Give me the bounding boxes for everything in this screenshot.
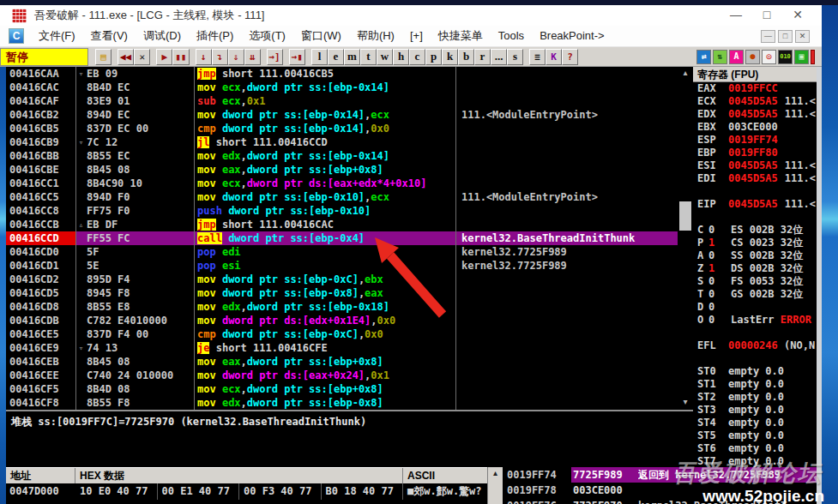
disasm-row[interactable]: 00416CD58945 F8mov dword ptr ss:[ebp-0x8…: [6, 286, 678, 300]
register-row[interactable]: P1CS 0023 32位: [693, 237, 817, 249]
run-to-user-code-icon[interactable]: →▮: [289, 49, 305, 65]
step-into-icon[interactable]: ↓: [196, 49, 212, 65]
close-button[interactable]: ✕: [782, 6, 813, 25]
disasm-row[interactable]: 00416CC5894D F0mov dword ptr ss:[ebp-0x1…: [6, 190, 678, 204]
register-row[interactable]: EBP0019FF80: [693, 147, 817, 159]
register-row[interactable]: EIP0045D5A5111.<: [693, 198, 817, 211]
disasm-row[interactable]: 00416CF58B4D 08mov ecx,dword ptr ss:[ebp…: [6, 382, 678, 396]
disasm-row[interactable]: 00416CAC8B4D ECmov ecx,dword ptr ss:[ebp…: [6, 81, 678, 94]
register-row[interactable]: EDX0045D5A5111.<: [693, 108, 817, 121]
letter-button-k[interactable]: k: [442, 49, 458, 65]
menu-item-h[interactable]: 帮助(H): [349, 26, 402, 46]
analyze-plugin-icon[interactable]: A: [729, 50, 744, 64]
register-row[interactable]: Z1DS 002B 32位: [693, 262, 817, 275]
disasm-row[interactable]: 00416CB5837D EC 00cmp dword ptr ss:[ebp-…: [6, 122, 678, 135]
menu-item-t[interactable]: 选项(T): [241, 26, 293, 46]
disasm-row[interactable]: 00416CD05Fpop edikernel32.7725F989: [6, 245, 678, 259]
register-row[interactable]: ST0empty 0.0: [693, 365, 817, 378]
menu-item-d[interactable]: 调试(D): [136, 26, 189, 46]
letter-button-e[interactable]: e: [328, 49, 344, 65]
register-row[interactable]: ST3empty 0.0: [693, 404, 817, 417]
animate-over-icon[interactable]: ⇊: [244, 49, 261, 65]
register-row[interactable]: A0SS 002B 32位: [693, 249, 817, 262]
letter-button-h[interactable]: h: [393, 49, 409, 65]
register-row[interactable]: ECX0045D5A5111.<: [693, 95, 817, 108]
screen-plugin-icon[interactable]: ▣: [794, 50, 809, 64]
disasm-row[interactable]: 00416CEB8B45 08mov eax,dword ptr ss:[ebp…: [6, 355, 678, 369]
disasm-row[interactable]: 00416CD2895D F4mov dword ptr ss:[ebp-0xC…: [6, 273, 678, 286]
close-program-icon[interactable]: ✕: [134, 49, 150, 65]
register-row[interactable]: S0FS 0053 32位: [693, 275, 817, 288]
step-over-icon[interactable]: ↴: [212, 49, 228, 65]
register-row[interactable]: ST2empty 0.0: [693, 391, 817, 404]
letter-button-s[interactable]: s: [507, 49, 523, 65]
register-row[interactable]: ST4empty 0.0: [693, 417, 817, 429]
disasm-row[interactable]: 00416CBE8B45 08mov eax,dword ptr ss:[ebp…: [6, 163, 678, 177]
letter-button-c[interactable]: c: [409, 49, 425, 65]
disasm-row[interactable]: 00416CEEC740 24 010000mov dword ptr ds:[…: [6, 369, 678, 382]
register-row[interactable]: EAX0019FFCC: [693, 82, 817, 95]
disasm-row[interactable]: 00416CBB8B55 ECmov edx,dword ptr ss:[ebp…: [6, 149, 678, 163]
run-icon[interactable]: ▶: [156, 49, 172, 65]
letter-button-m[interactable]: m: [344, 49, 360, 65]
register-row[interactable]: ESI0045D5A5111.<: [693, 159, 817, 172]
menu-item-[interactable]: 快捷菜单: [431, 26, 491, 46]
dump-row[interactable]: 0047D000 10 E0 40 7700 E1 40 7700 F3 40 …: [6, 483, 487, 500]
disasm-row[interactable]: 00416CB2894D ECmov dword ptr ss:[ebp-0x1…: [6, 108, 678, 122]
open-folder-icon[interactable]: ▤: [95, 49, 112, 65]
mdi-close-button[interactable]: ✕: [795, 30, 810, 43]
disasm-row[interactable]: 00416CC18B4C90 10mov ecx,dword ptr ds:[e…: [6, 177, 678, 190]
breakpoint-manager-icon[interactable]: K: [546, 49, 562, 65]
scroll-up-icon[interactable]: ▴: [678, 67, 693, 79]
mdi-minimize-button[interactable]: —: [761, 30, 775, 43]
minimize-button[interactable]: —: [720, 6, 751, 25]
disasm-row[interactable]: 00416CD88B55 E8mov edx,dword ptr ss:[ebp…: [6, 300, 678, 314]
register-row[interactable]: EDI0045D5A5111.<: [693, 172, 817, 185]
register-row[interactable]: ESP0019FF74: [693, 134, 817, 147]
register-row[interactable]: D0: [693, 301, 817, 314]
update-plugin-icon[interactable]: ⇅: [713, 50, 727, 64]
letter-button-w[interactable]: w: [377, 49, 393, 65]
disasm-row[interactable]: 00416CB9▿7C 12jl short 111.00416CCD: [6, 135, 678, 149]
target-plugin-icon[interactable]: ◎: [762, 50, 776, 64]
menu-item-w[interactable]: 窗口(W): [293, 26, 349, 46]
mdi-restore-button[interactable]: □: [778, 30, 793, 43]
letter-button-b[interactable]: b: [458, 49, 474, 65]
scrollbar-thumb[interactable]: [679, 201, 691, 231]
menu-item-tools[interactable]: Tools: [491, 26, 532, 46]
run-to-return-icon[interactable]: →]: [267, 49, 283, 65]
dump-scrollbar[interactable]: ▴: [487, 467, 503, 504]
letter-button-l[interactable]: l: [311, 49, 328, 65]
maximize-button[interactable]: □: [751, 6, 782, 25]
binary-plugin-icon[interactable]: 010: [778, 50, 793, 64]
register-row[interactable]: T0GS 002B 32位: [693, 288, 817, 301]
scroll-down-icon[interactable]: ▾: [678, 396, 693, 408]
letter-button-t[interactable]: t: [360, 49, 377, 65]
disasm-row[interactable]: 00416CC8FF75 F0push dword ptr ss:[ebp-0x…: [6, 204, 678, 218]
register-row[interactable]: O0LastErr ERROR: [693, 314, 817, 327]
disasm-row[interactable]: 00416CE5837D F4 00cmp dword ptr ss:[ebp-…: [6, 327, 678, 341]
menu-item-f[interactable]: 文件(F): [31, 26, 83, 46]
stack-row[interactable]: 0019FF78003CE000: [503, 483, 817, 498]
sync-plugin-icon[interactable]: ⇄: [696, 50, 711, 64]
disasm-row[interactable]: 00416CCB▵EB DFjmp short 111.00416CAC: [6, 218, 678, 231]
disasm-row[interactable]: 00416CDBC782 E4010000mov dword ptr ds:[e…: [6, 314, 678, 327]
register-row[interactable]: EFL00000246 (NO,N: [693, 339, 817, 352]
record-plugin-icon[interactable]: ●: [745, 50, 760, 64]
letter-button-r[interactable]: r: [474, 49, 491, 65]
animate-into-icon[interactable]: ⇓: [228, 49, 244, 65]
menu-item-breakpoint[interactable]: BreakPoint->: [532, 26, 612, 46]
disassembly-scrollbar[interactable]: ▴ ▾: [678, 67, 693, 410]
disasm-row[interactable]: 00416CAA▿EB 09jmp short 111.00416CB5: [6, 67, 678, 81]
letter-button-p[interactable]: p: [425, 49, 442, 65]
disasm-row[interactable]: 00416CCDFF55 FCcall dword ptr ss:[ebp-0x…: [6, 231, 678, 245]
register-row[interactable]: ST6empty 0.0: [693, 442, 817, 455]
disasm-row[interactable]: 00416CF88B55 F8mov edx,dword ptr ss:[ebp…: [6, 396, 678, 410]
register-row[interactable]: ST5empty 0.0: [693, 429, 817, 442]
disasm-row[interactable]: 00416CD15Epop esikernel32.7725F989: [6, 259, 678, 273]
scroll-up-icon[interactable]: ▴: [488, 467, 503, 479]
windows-list-icon[interactable]: ≡: [529, 49, 546, 65]
register-row[interactable]: EBX003CE000: [693, 121, 817, 134]
help-icon[interactable]: ?: [562, 49, 578, 65]
pause-icon[interactable]: ▮▮: [172, 49, 189, 65]
